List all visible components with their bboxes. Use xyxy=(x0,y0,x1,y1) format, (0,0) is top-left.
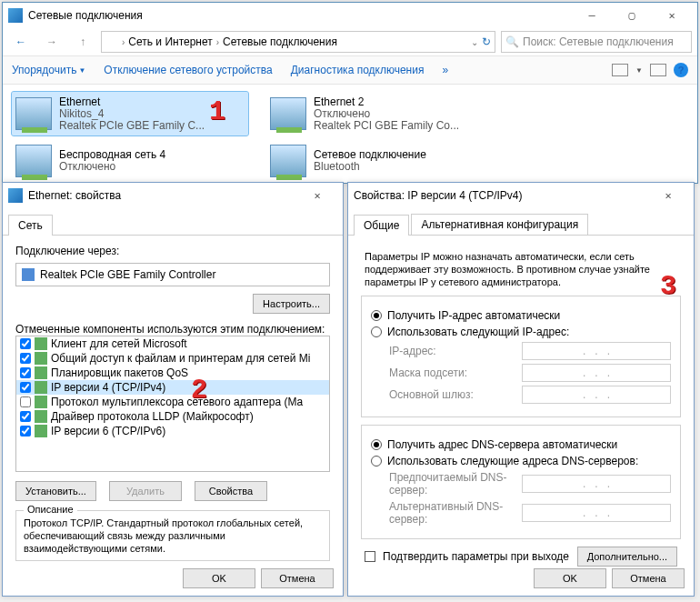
intro-text: Параметры IP можно назначать автоматичес… xyxy=(365,250,677,288)
component-item[interactable]: Протокол мультиплексора сетевого адаптер… xyxy=(16,395,329,409)
crumb-network[interactable]: Сеть и Интернет xyxy=(128,35,212,48)
conn-name: Ethernet 2 xyxy=(314,96,459,108)
radio-auto-dns[interactable]: Получить адрес DNS-сервера автоматически xyxy=(371,438,671,451)
preferred-dns-input: . . . xyxy=(522,475,671,493)
radio-manual-dns[interactable]: Использовать следующие адреса DNS-сервер… xyxy=(371,455,671,467)
refresh-icon[interactable]: ↻ xyxy=(482,35,491,48)
advanced-button[interactable]: Дополнительно... xyxy=(577,547,677,567)
install-button[interactable]: Установить... xyxy=(15,481,96,501)
disable-device-button[interactable]: Отключение сетевого устройства xyxy=(104,64,272,76)
forward-button[interactable]: → xyxy=(39,31,65,53)
radio-manual-ip[interactable]: Использовать следующий IP-адрес: xyxy=(371,326,671,338)
location-icon xyxy=(105,35,118,48)
tab-alternate[interactable]: Альтернативная конфигурация xyxy=(411,214,588,235)
search-box[interactable]: 🔍 Поиск: Сетевые подключения xyxy=(501,31,692,53)
nic-icon xyxy=(15,97,52,130)
component-checkbox[interactable] xyxy=(20,353,31,364)
conn-status: Bluetooth xyxy=(314,161,426,173)
component-checkbox[interactable] xyxy=(20,426,31,436)
titlebar: Ethernet: свойства ✕ xyxy=(3,183,343,208)
radio-icon xyxy=(371,326,382,337)
component-icon xyxy=(35,396,47,408)
ok-button[interactable]: OK xyxy=(183,568,255,588)
confirm-on-exit-row[interactable]: Подтвердить параметры при выходе Дополни… xyxy=(365,547,677,567)
back-button[interactable]: ← xyxy=(8,31,34,53)
diagnose-button[interactable]: Диагностика подключения xyxy=(291,64,425,76)
checkbox-icon[interactable] xyxy=(365,551,375,562)
configure-button[interactable]: Настроить... xyxy=(253,294,330,314)
address-bar: ← → ↑ › Сеть и Интернет › Сетевые подклю… xyxy=(3,28,697,55)
dropdown-icon[interactable]: ⌄ xyxy=(471,37,478,47)
connection-item[interactable]: Сетевое подключениеBluetooth xyxy=(266,139,503,183)
rename-chevron[interactable]: » xyxy=(442,64,448,76)
properties-button[interactable]: Свойства xyxy=(195,481,267,501)
tab-network[interactable]: Сеть xyxy=(8,215,53,236)
component-item-ipv4[interactable]: IP версии 4 (TCP/IPv4) xyxy=(16,380,329,395)
close-button[interactable]: ✕ xyxy=(297,184,337,207)
component-item[interactable]: Драйвер протокола LLDP (Майкрософт) xyxy=(16,409,329,424)
conn-name: Ethernet xyxy=(59,96,205,108)
help-button[interactable]: ? xyxy=(674,63,688,77)
view-icons-button[interactable] xyxy=(612,64,628,76)
component-checkbox[interactable] xyxy=(20,396,31,407)
connection-item[interactable]: EthernetNikitos_4Realtek PCIe GBE Family… xyxy=(12,92,248,135)
ok-button[interactable]: OK xyxy=(534,568,606,588)
adapter-box: Realtek PCIe GBE Family Controller xyxy=(15,263,330,286)
component-checkbox[interactable] xyxy=(20,411,31,422)
dialog-title: Свойства: IP версии 4 (TCP/IPv4) xyxy=(354,189,523,202)
crumb-connections[interactable]: Сетевые подключения xyxy=(223,35,337,48)
view-dropdown-icon[interactable]: ▼ xyxy=(635,66,643,75)
search-icon: 🔍 xyxy=(505,35,519,48)
component-item[interactable]: Общий доступ к файлам и принтерам для се… xyxy=(16,351,329,366)
ip-address-label: IP-адрес: xyxy=(389,345,516,357)
radio-auto-ip[interactable]: Получить IP-адрес автоматически xyxy=(371,309,671,322)
component-icon xyxy=(35,366,47,379)
network-connections-window: Сетевые подключения — ▢ ✕ ← → ↑ › Сеть и… xyxy=(2,2,698,184)
component-checkbox[interactable] xyxy=(20,382,31,393)
cancel-button[interactable]: Отмена xyxy=(612,568,685,588)
component-list[interactable]: Клиент для сетей Microsoft Общий доступ … xyxy=(15,336,330,472)
component-checkbox[interactable] xyxy=(20,338,31,349)
connection-item[interactable]: Ethernet 2ОтключеноRealtek PCI GBE Famil… xyxy=(266,92,503,135)
nic-icon xyxy=(15,145,52,177)
connection-list: EthernetNikitos_4Realtek PCIe GBE Family… xyxy=(3,85,697,190)
tab-strip: Общие Альтернативная конфигурация xyxy=(348,208,694,236)
close-button[interactable]: ✕ xyxy=(652,4,692,27)
dialog-title: Ethernet: свойства xyxy=(28,189,121,202)
preferred-dns-label: Предпочитаемый DNS-сервер: xyxy=(389,471,516,497)
up-button[interactable]: ↑ xyxy=(70,31,95,53)
conn-device: Realtek PCI GBE Family Co... xyxy=(314,120,459,132)
adapter-name: Realtek PCIe GBE Family Controller xyxy=(40,268,215,281)
close-button[interactable]: ✕ xyxy=(648,184,688,207)
conn-status: Отключено xyxy=(314,108,459,120)
component-checkbox[interactable] xyxy=(20,367,31,378)
window-title: Сетевые подключения xyxy=(28,9,143,22)
component-item[interactable]: Клиент для сетей Microsoft xyxy=(16,336,329,351)
ethernet-properties-dialog: Ethernet: свойства ✕ Сеть Подключение че… xyxy=(2,182,344,597)
description-group: Описание Протокол TCP/IP. Стандартный пр… xyxy=(15,510,330,561)
organize-menu[interactable]: Упорядочить▼ xyxy=(12,64,85,76)
description-text: Протокол TCP/IP. Стандартный протокол гл… xyxy=(24,517,322,555)
description-title: Описание xyxy=(24,504,77,515)
gateway-label: Основной шлюз: xyxy=(389,388,516,401)
cancel-button[interactable]: Отмена xyxy=(261,568,334,588)
window-icon xyxy=(8,8,23,23)
breadcrumb-bar[interactable]: › Сеть и Интернет › Сетевые подключения … xyxy=(101,31,495,53)
component-item[interactable]: Планировщик пакетов QoS xyxy=(16,366,329,380)
alternate-dns-label: Альтернативный DNS-сервер: xyxy=(389,500,516,526)
component-icon xyxy=(35,381,47,394)
toolbar: Упорядочить▼ Отключение сетевого устройс… xyxy=(3,55,697,85)
titlebar: Сетевые подключения — ▢ ✕ xyxy=(3,3,697,28)
preview-pane-button[interactable] xyxy=(650,64,666,76)
minimize-button[interactable]: — xyxy=(572,4,612,27)
conn-status: Nikitos_4 xyxy=(59,108,205,120)
component-icon xyxy=(35,410,47,423)
maximize-button[interactable]: ▢ xyxy=(612,4,652,27)
connect-via-label: Подключение через: xyxy=(15,245,330,257)
component-item[interactable]: IP версии 6 (TCP/IPv6) xyxy=(16,424,329,438)
window-controls: — ▢ ✕ xyxy=(572,4,692,27)
chevron-right-icon: › xyxy=(122,37,125,47)
conn-status: Отключено xyxy=(59,161,165,173)
connection-item[interactable]: Беспроводная сеть 4Отключено xyxy=(12,139,248,183)
tab-general[interactable]: Общие xyxy=(354,215,409,236)
